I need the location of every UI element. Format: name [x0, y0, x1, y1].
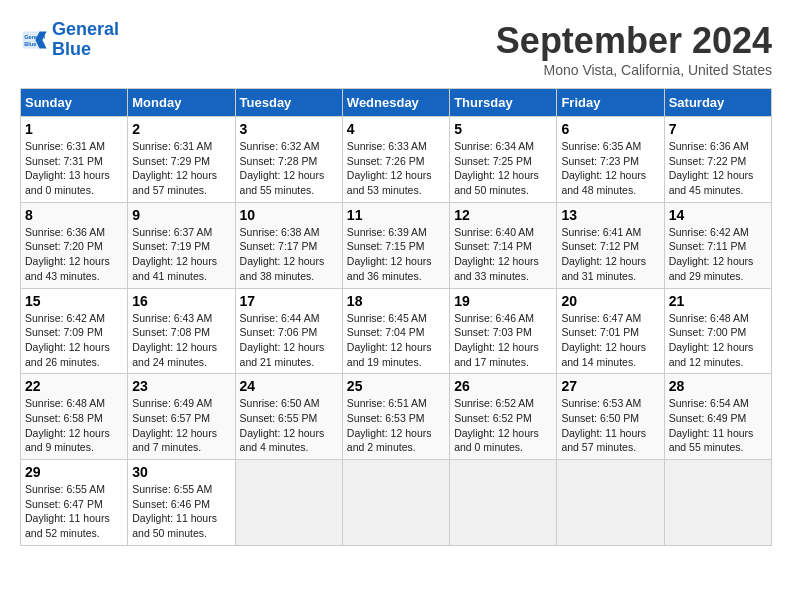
day-info: Sunrise: 6:44 AM Sunset: 7:06 PM Dayligh… — [240, 311, 338, 370]
day-cell: 2Sunrise: 6:31 AM Sunset: 7:29 PM Daylig… — [128, 117, 235, 203]
day-number: 23 — [132, 378, 230, 394]
day-number: 27 — [561, 378, 659, 394]
day-info: Sunrise: 6:31 AM Sunset: 7:31 PM Dayligh… — [25, 139, 123, 198]
day-info: Sunrise: 6:41 AM Sunset: 7:12 PM Dayligh… — [561, 225, 659, 284]
day-cell: 23Sunrise: 6:49 AM Sunset: 6:57 PM Dayli… — [128, 374, 235, 460]
logo-text: General Blue — [52, 20, 119, 60]
calendar-body: 1Sunrise: 6:31 AM Sunset: 7:31 PM Daylig… — [21, 117, 772, 546]
day-cell — [342, 460, 449, 546]
week-row-3: 15Sunrise: 6:42 AM Sunset: 7:09 PM Dayli… — [21, 288, 772, 374]
day-number: 4 — [347, 121, 445, 137]
day-info: Sunrise: 6:42 AM Sunset: 7:11 PM Dayligh… — [669, 225, 767, 284]
day-info: Sunrise: 6:51 AM Sunset: 6:53 PM Dayligh… — [347, 396, 445, 455]
day-number: 7 — [669, 121, 767, 137]
svg-text:Blue: Blue — [24, 41, 36, 47]
day-cell: 12Sunrise: 6:40 AM Sunset: 7:14 PM Dayli… — [450, 202, 557, 288]
day-cell: 10Sunrise: 6:38 AM Sunset: 7:17 PM Dayli… — [235, 202, 342, 288]
day-number: 16 — [132, 293, 230, 309]
day-number: 15 — [25, 293, 123, 309]
day-info: Sunrise: 6:34 AM Sunset: 7:25 PM Dayligh… — [454, 139, 552, 198]
day-info: Sunrise: 6:46 AM Sunset: 7:03 PM Dayligh… — [454, 311, 552, 370]
day-header-wednesday: Wednesday — [342, 89, 449, 117]
day-info: Sunrise: 6:36 AM Sunset: 7:22 PM Dayligh… — [669, 139, 767, 198]
day-cell: 18Sunrise: 6:45 AM Sunset: 7:04 PM Dayli… — [342, 288, 449, 374]
day-cell: 19Sunrise: 6:46 AM Sunset: 7:03 PM Dayli… — [450, 288, 557, 374]
day-info: Sunrise: 6:37 AM Sunset: 7:19 PM Dayligh… — [132, 225, 230, 284]
day-cell — [557, 460, 664, 546]
day-cell: 17Sunrise: 6:44 AM Sunset: 7:06 PM Dayli… — [235, 288, 342, 374]
day-number: 3 — [240, 121, 338, 137]
day-info: Sunrise: 6:31 AM Sunset: 7:29 PM Dayligh… — [132, 139, 230, 198]
day-header-thursday: Thursday — [450, 89, 557, 117]
day-number: 11 — [347, 207, 445, 223]
day-cell: 27Sunrise: 6:53 AM Sunset: 6:50 PM Dayli… — [557, 374, 664, 460]
day-number: 1 — [25, 121, 123, 137]
day-cell: 22Sunrise: 6:48 AM Sunset: 6:58 PM Dayli… — [21, 374, 128, 460]
day-cell: 29Sunrise: 6:55 AM Sunset: 6:47 PM Dayli… — [21, 460, 128, 546]
day-number: 2 — [132, 121, 230, 137]
day-cell: 8Sunrise: 6:36 AM Sunset: 7:20 PM Daylig… — [21, 202, 128, 288]
day-cell: 7Sunrise: 6:36 AM Sunset: 7:22 PM Daylig… — [664, 117, 771, 203]
day-number: 13 — [561, 207, 659, 223]
day-info: Sunrise: 6:48 AM Sunset: 6:58 PM Dayligh… — [25, 396, 123, 455]
day-cell: 9Sunrise: 6:37 AM Sunset: 7:19 PM Daylig… — [128, 202, 235, 288]
day-number: 22 — [25, 378, 123, 394]
day-cell: 25Sunrise: 6:51 AM Sunset: 6:53 PM Dayli… — [342, 374, 449, 460]
day-cell: 16Sunrise: 6:43 AM Sunset: 7:08 PM Dayli… — [128, 288, 235, 374]
day-header-tuesday: Tuesday — [235, 89, 342, 117]
page-header: General Blue General Blue September 2024… — [20, 20, 772, 78]
week-row-1: 1Sunrise: 6:31 AM Sunset: 7:31 PM Daylig… — [21, 117, 772, 203]
day-cell — [235, 460, 342, 546]
day-info: Sunrise: 6:35 AM Sunset: 7:23 PM Dayligh… — [561, 139, 659, 198]
day-header-sunday: Sunday — [21, 89, 128, 117]
day-cell: 1Sunrise: 6:31 AM Sunset: 7:31 PM Daylig… — [21, 117, 128, 203]
day-info: Sunrise: 6:40 AM Sunset: 7:14 PM Dayligh… — [454, 225, 552, 284]
day-number: 10 — [240, 207, 338, 223]
day-info: Sunrise: 6:50 AM Sunset: 6:55 PM Dayligh… — [240, 396, 338, 455]
day-info: Sunrise: 6:48 AM Sunset: 7:00 PM Dayligh… — [669, 311, 767, 370]
day-cell: 6Sunrise: 6:35 AM Sunset: 7:23 PM Daylig… — [557, 117, 664, 203]
day-number: 19 — [454, 293, 552, 309]
week-row-2: 8Sunrise: 6:36 AM Sunset: 7:20 PM Daylig… — [21, 202, 772, 288]
calendar-table: SundayMondayTuesdayWednesdayThursdayFrid… — [20, 88, 772, 546]
calendar-header-row: SundayMondayTuesdayWednesdayThursdayFrid… — [21, 89, 772, 117]
day-number: 14 — [669, 207, 767, 223]
day-cell: 11Sunrise: 6:39 AM Sunset: 7:15 PM Dayli… — [342, 202, 449, 288]
day-info: Sunrise: 6:52 AM Sunset: 6:52 PM Dayligh… — [454, 396, 552, 455]
day-number: 12 — [454, 207, 552, 223]
day-info: Sunrise: 6:45 AM Sunset: 7:04 PM Dayligh… — [347, 311, 445, 370]
day-number: 6 — [561, 121, 659, 137]
day-info: Sunrise: 6:42 AM Sunset: 7:09 PM Dayligh… — [25, 311, 123, 370]
day-number: 9 — [132, 207, 230, 223]
day-cell: 24Sunrise: 6:50 AM Sunset: 6:55 PM Dayli… — [235, 374, 342, 460]
day-cell: 5Sunrise: 6:34 AM Sunset: 7:25 PM Daylig… — [450, 117, 557, 203]
day-info: Sunrise: 6:49 AM Sunset: 6:57 PM Dayligh… — [132, 396, 230, 455]
day-cell: 21Sunrise: 6:48 AM Sunset: 7:00 PM Dayli… — [664, 288, 771, 374]
day-number: 5 — [454, 121, 552, 137]
day-cell: 14Sunrise: 6:42 AM Sunset: 7:11 PM Dayli… — [664, 202, 771, 288]
day-number: 18 — [347, 293, 445, 309]
day-cell: 13Sunrise: 6:41 AM Sunset: 7:12 PM Dayli… — [557, 202, 664, 288]
day-number: 8 — [25, 207, 123, 223]
day-header-saturday: Saturday — [664, 89, 771, 117]
logo-icon: General Blue — [20, 26, 48, 54]
day-cell: 28Sunrise: 6:54 AM Sunset: 6:49 PM Dayli… — [664, 374, 771, 460]
day-number: 29 — [25, 464, 123, 480]
day-number: 26 — [454, 378, 552, 394]
day-cell: 3Sunrise: 6:32 AM Sunset: 7:28 PM Daylig… — [235, 117, 342, 203]
day-cell — [450, 460, 557, 546]
day-header-friday: Friday — [557, 89, 664, 117]
day-cell: 15Sunrise: 6:42 AM Sunset: 7:09 PM Dayli… — [21, 288, 128, 374]
day-number: 21 — [669, 293, 767, 309]
day-cell: 4Sunrise: 6:33 AM Sunset: 7:26 PM Daylig… — [342, 117, 449, 203]
day-cell: 30Sunrise: 6:55 AM Sunset: 6:46 PM Dayli… — [128, 460, 235, 546]
svg-text:General: General — [24, 34, 45, 40]
day-number: 25 — [347, 378, 445, 394]
day-info: Sunrise: 6:55 AM Sunset: 6:46 PM Dayligh… — [132, 482, 230, 541]
week-row-5: 29Sunrise: 6:55 AM Sunset: 6:47 PM Dayli… — [21, 460, 772, 546]
day-info: Sunrise: 6:33 AM Sunset: 7:26 PM Dayligh… — [347, 139, 445, 198]
week-row-4: 22Sunrise: 6:48 AM Sunset: 6:58 PM Dayli… — [21, 374, 772, 460]
day-number: 24 — [240, 378, 338, 394]
calendar-title: September 2024 — [496, 20, 772, 62]
title-block: September 2024 Mono Vista, California, U… — [496, 20, 772, 78]
